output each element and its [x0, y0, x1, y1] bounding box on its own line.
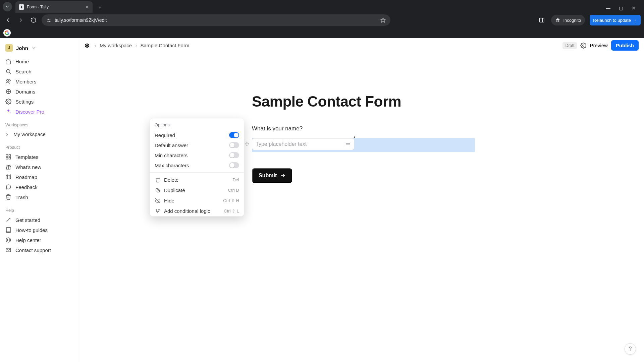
publish-button[interactable]: Publish — [611, 40, 639, 51]
book-icon — [5, 227, 11, 233]
tab-title: Form - Tally — [27, 5, 83, 9]
option-label: Required — [155, 132, 175, 138]
compass-icon — [5, 217, 11, 223]
sidebar-item-trash[interactable]: Trash — [0, 192, 79, 202]
sidebar-item-templates[interactable]: Templates — [0, 152, 79, 162]
svg-rect-15 — [6, 158, 8, 159]
gear-icon — [5, 99, 11, 105]
sidebar-item-label: Contact support — [15, 247, 51, 253]
form-canvas: Sample Contact Form What is your name? *… — [79, 53, 644, 362]
site-settings-icon[interactable] — [46, 18, 51, 23]
username: John — [16, 45, 28, 51]
popover-divider — [150, 172, 244, 173]
svg-point-9 — [7, 79, 9, 81]
reload-button[interactable] — [29, 15, 38, 25]
browser-tab[interactable]: ✦ Form - Tally ✕ — [15, 1, 93, 13]
action-hide[interactable]: Hide Ctrl ⇧ H — [150, 195, 244, 206]
topbar: ✻ › My workspace › Sample Contact Form D… — [79, 38, 644, 53]
google-shortcut-icon[interactable] — [3, 29, 11, 37]
sidebar-item-help-center[interactable]: Help center — [0, 235, 79, 245]
settings-gear-icon[interactable] — [580, 43, 586, 49]
toggle-max-characters[interactable] — [229, 162, 239, 168]
svg-rect-14 — [9, 155, 11, 156]
app-root: J John Home Search Members Domains Setti… — [0, 38, 644, 362]
browser-chrome: ✦ Form - Tally ✕ ＋ — ▢ ✕ tally.so/forms/… — [0, 0, 644, 38]
mail-icon — [5, 247, 11, 253]
help-section-label: Help — [0, 202, 79, 215]
preview-button[interactable]: Preview — [590, 43, 607, 48]
gift-icon — [5, 164, 11, 170]
sidebar-item-label: What's new — [15, 164, 41, 170]
side-panel-icon[interactable] — [537, 15, 546, 25]
svg-line-8 — [9, 72, 10, 73]
action-delete[interactable]: Delete Del — [150, 175, 244, 185]
toggle-required[interactable] — [229, 132, 239, 138]
minimize-icon[interactable]: — — [605, 5, 611, 11]
bookmark-star-icon[interactable] — [380, 17, 386, 23]
form-title[interactable]: Sample Contact Form — [252, 93, 477, 110]
user-menu[interactable]: J John — [0, 42, 79, 56]
bookmarks-bar — [0, 27, 644, 38]
branch-icon — [155, 208, 161, 214]
option-max-characters[interactable]: Max characters — [150, 160, 244, 170]
sidebar-item-home[interactable]: Home — [0, 56, 79, 66]
resize-handle-icon[interactable] — [345, 142, 351, 146]
sidebar-item-label: Members — [15, 79, 37, 84]
action-label: Delete — [164, 177, 178, 183]
forward-button[interactable] — [16, 15, 25, 25]
chevron-right-icon — [5, 132, 10, 137]
option-min-characters[interactable]: Min characters — [150, 150, 244, 160]
map-icon — [5, 174, 11, 180]
sidebar-item-contact[interactable]: Contact support — [0, 245, 79, 255]
tab-close-icon[interactable]: ✕ — [85, 4, 89, 10]
back-button[interactable] — [3, 15, 13, 25]
avatar: J — [5, 44, 13, 52]
sidebar-item-members[interactable]: Members — [0, 76, 79, 86]
workspace-item[interactable]: My workspace — [0, 129, 79, 139]
drag-handle-icon[interactable] — [245, 141, 249, 146]
action-label: Add conditional logic — [164, 208, 210, 214]
question-label[interactable]: What is your name? — [252, 125, 477, 132]
option-default-answer[interactable]: Default answer — [150, 140, 244, 150]
svg-point-39 — [157, 212, 158, 213]
close-window-icon[interactable]: ✕ — [631, 5, 637, 11]
sidebar-item-whats-new[interactable]: What's new — [0, 162, 79, 172]
help-bubble[interactable]: ? — [625, 343, 636, 355]
breadcrumb-sep: › — [95, 43, 96, 49]
maximize-icon[interactable]: ▢ — [618, 5, 624, 11]
toggle-default-answer[interactable] — [229, 142, 239, 148]
submit-button[interactable]: Submit — [252, 168, 292, 183]
main-column: ✻ › My workspace › Sample Contact Form D… — [79, 38, 644, 362]
arrow-right-icon — [280, 173, 285, 178]
action-conditional-logic[interactable]: Add conditional logic Ctrl ⇧ L — [150, 206, 244, 216]
relaunch-button[interactable]: Relaunch to update ⋮ — [590, 15, 641, 25]
url-box[interactable]: tally.so/forms/n9ZkjV/edit — [42, 14, 390, 26]
sidebar-item-label: Search — [15, 69, 32, 74]
tab-search-icon[interactable] — [3, 2, 12, 11]
placeholder-input[interactable]: Type placeholder text — [252, 138, 354, 150]
sidebar: J John Home Search Members Domains Setti… — [0, 38, 79, 362]
incognito-label: Incognito — [563, 18, 581, 23]
members-icon — [5, 78, 11, 84]
sidebar-item-how-to[interactable]: How-to guides — [0, 225, 79, 235]
sidebar-item-roadmap[interactable]: Roadmap — [0, 172, 79, 182]
sidebar-item-feedback[interactable]: Feedback — [0, 182, 79, 192]
svg-point-7 — [6, 69, 10, 73]
sidebar-item-domains[interactable]: Domains — [0, 86, 79, 97]
chat-icon — [5, 184, 11, 190]
sidebar-item-discover-pro[interactable]: Discover Pro — [0, 107, 79, 117]
copy-icon — [155, 188, 161, 193]
trash-icon — [5, 194, 11, 200]
templates-icon — [5, 154, 11, 160]
new-tab-button[interactable]: ＋ — [94, 4, 106, 11]
action-duplicate[interactable]: Duplicate Ctrl D — [150, 185, 244, 195]
incognito-chip[interactable]: Incognito — [551, 15, 585, 25]
sidebar-item-search[interactable]: Search — [0, 66, 79, 76]
option-required[interactable]: Required — [150, 130, 244, 140]
tally-logo-icon[interactable]: ✻ — [85, 42, 91, 49]
sidebar-item-get-started[interactable]: Get started — [0, 215, 79, 225]
breadcrumb-workspace[interactable]: My workspace — [100, 43, 132, 48]
sidebar-item-settings[interactable]: Settings — [0, 97, 79, 107]
breadcrumb-form[interactable]: Sample Contact Form — [141, 43, 190, 48]
toggle-min-characters[interactable] — [229, 152, 239, 158]
